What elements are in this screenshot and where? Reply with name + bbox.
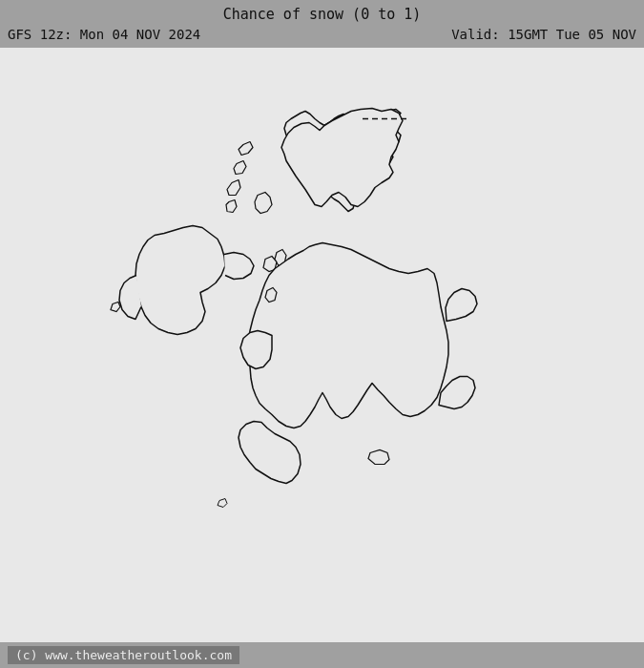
kent-path xyxy=(439,377,475,409)
england-wales-path xyxy=(248,243,448,428)
copyright-label: (c) www.theweatheroutlook.com xyxy=(8,646,239,664)
skye-path xyxy=(255,193,272,214)
ireland-path xyxy=(135,226,225,335)
scilly-isles-path xyxy=(218,499,227,508)
model-run-label: GFS 12z: Mon 04 NOV 2024 xyxy=(8,27,200,42)
footer-bar: (c) www.theweatheroutlook.com xyxy=(0,642,644,668)
map-area xyxy=(0,48,644,642)
east-anglia-path xyxy=(446,289,477,322)
northern-ireland-coast xyxy=(224,253,254,280)
valid-time-label: Valid: 15GMT Tue 05 NOV xyxy=(451,27,636,42)
outer-hebrides-path xyxy=(226,142,253,213)
cornwall-path xyxy=(239,422,301,484)
info-row: GFS 12z: Mon 04 NOV 2024 Valid: 15GMT Tu… xyxy=(0,25,644,44)
chart-title: Chance of snow (0 to 1) xyxy=(0,4,644,25)
aran-islands-path xyxy=(111,303,120,312)
uk-ireland-map xyxy=(0,48,644,642)
wales-peninsula-path xyxy=(240,331,272,369)
page-container: Chance of snow (0 to 1) GFS 12z: Mon 04 … xyxy=(0,0,644,668)
isle-of-wight-path xyxy=(368,450,389,465)
header-bar: Chance of snow (0 to 1) GFS 12z: Mon 04 … xyxy=(0,0,644,48)
